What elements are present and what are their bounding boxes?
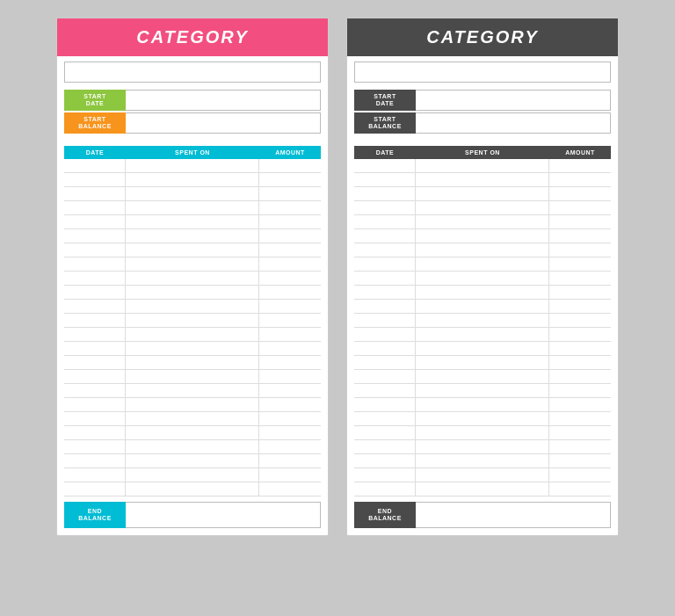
cell-date[interactable] (64, 454, 126, 467)
category-name-input-dark[interactable] (354, 62, 611, 83)
cell-amount[interactable] (259, 398, 321, 411)
cell-spent[interactable] (126, 482, 259, 496)
cell-spent[interactable] (126, 426, 259, 439)
cell-date[interactable] (64, 187, 126, 200)
cell-amount[interactable] (549, 272, 611, 285)
cell-amount[interactable] (549, 398, 611, 411)
cell-date[interactable] (64, 328, 126, 341)
cell-spent[interactable] (126, 468, 259, 482)
cell-amount[interactable] (259, 243, 321, 257)
cell-date[interactable] (354, 482, 416, 496)
start-date-value-dark[interactable] (416, 90, 611, 111)
cell-amount[interactable] (549, 412, 611, 425)
cell-spent[interactable] (416, 384, 549, 397)
cell-spent[interactable] (126, 356, 259, 369)
cell-date[interactable] (354, 229, 416, 243)
cell-amount[interactable] (259, 384, 321, 397)
cell-spent[interactable] (126, 370, 259, 383)
cell-date[interactable] (64, 243, 126, 257)
cell-amount[interactable] (549, 314, 611, 327)
cell-date[interactable] (64, 286, 126, 299)
cell-spent[interactable] (126, 215, 259, 228)
cell-date[interactable] (354, 328, 416, 341)
cell-amount[interactable] (549, 201, 611, 214)
start-date-value-colorful[interactable] (126, 90, 321, 111)
cell-date[interactable] (64, 342, 126, 355)
cell-spent[interactable] (126, 412, 259, 425)
cell-date[interactable] (64, 412, 126, 425)
cell-date[interactable] (64, 370, 126, 383)
cell-spent[interactable] (416, 370, 549, 383)
cell-date[interactable] (354, 454, 416, 467)
cell-amount[interactable] (259, 370, 321, 383)
cell-date[interactable] (64, 159, 126, 172)
cell-amount[interactable] (549, 356, 611, 369)
cell-spent[interactable] (126, 314, 259, 327)
cell-spent[interactable] (416, 342, 549, 355)
cell-spent[interactable] (416, 173, 549, 186)
cell-date[interactable] (354, 384, 416, 397)
cell-spent[interactable] (126, 342, 259, 355)
cell-date[interactable] (64, 300, 126, 313)
cell-spent[interactable] (416, 468, 549, 482)
cell-amount[interactable] (259, 272, 321, 285)
cell-spent[interactable] (126, 243, 259, 257)
cell-amount[interactable] (259, 215, 321, 228)
cell-amount[interactable] (549, 300, 611, 313)
cell-date[interactable] (354, 398, 416, 411)
cell-date[interactable] (354, 201, 416, 214)
cell-date[interactable] (354, 187, 416, 200)
start-balance-value-colorful[interactable] (126, 112, 321, 134)
cell-date[interactable] (354, 426, 416, 439)
cell-spent[interactable] (126, 440, 259, 453)
cell-date[interactable] (64, 482, 126, 496)
cell-amount[interactable] (549, 440, 611, 453)
start-balance-value-dark[interactable] (416, 112, 611, 134)
cell-spent[interactable] (126, 300, 259, 313)
cell-amount[interactable] (259, 412, 321, 425)
cell-spent[interactable] (416, 482, 549, 496)
cell-date[interactable] (354, 370, 416, 383)
cell-spent[interactable] (126, 229, 259, 243)
cell-date[interactable] (354, 243, 416, 257)
cell-spent[interactable] (126, 272, 259, 285)
cell-spent[interactable] (416, 159, 549, 172)
cell-spent[interactable] (416, 201, 549, 214)
cell-spent[interactable] (126, 286, 259, 299)
cell-amount[interactable] (259, 426, 321, 439)
cell-date[interactable] (64, 314, 126, 327)
cell-amount[interactable] (259, 159, 321, 172)
cell-date[interactable] (64, 426, 126, 439)
cell-spent[interactable] (416, 314, 549, 327)
cell-amount[interactable] (259, 201, 321, 214)
cell-amount[interactable] (259, 314, 321, 327)
cell-amount[interactable] (259, 187, 321, 200)
cell-date[interactable] (354, 215, 416, 228)
cell-amount[interactable] (259, 454, 321, 467)
cell-date[interactable] (354, 272, 416, 285)
cell-amount[interactable] (259, 173, 321, 186)
cell-amount[interactable] (259, 286, 321, 299)
cell-date[interactable] (64, 257, 126, 271)
cell-spent[interactable] (416, 398, 549, 411)
cell-date[interactable] (64, 398, 126, 411)
cell-amount[interactable] (549, 257, 611, 271)
cell-date[interactable] (64, 215, 126, 228)
cell-spent[interactable] (416, 440, 549, 453)
cell-spent[interactable] (416, 454, 549, 467)
cell-amount[interactable] (549, 187, 611, 200)
cell-date[interactable] (354, 257, 416, 271)
cell-spent[interactable] (126, 187, 259, 200)
cell-date[interactable] (64, 173, 126, 186)
cell-date[interactable] (354, 300, 416, 313)
cell-spent[interactable] (416, 300, 549, 313)
cell-spent[interactable] (416, 286, 549, 299)
cell-amount[interactable] (549, 243, 611, 257)
cell-amount[interactable] (549, 159, 611, 172)
cell-amount[interactable] (259, 300, 321, 313)
cell-date[interactable] (354, 412, 416, 425)
cell-spent[interactable] (416, 257, 549, 271)
cell-amount[interactable] (549, 215, 611, 228)
cell-spent[interactable] (126, 384, 259, 397)
cell-spent[interactable] (126, 201, 259, 214)
